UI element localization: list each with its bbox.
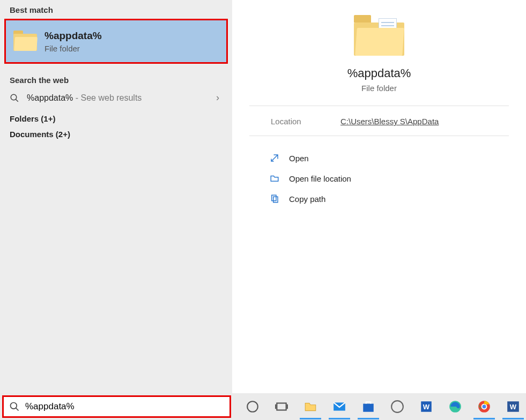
search-icon	[9, 401, 20, 412]
web-result-text: %appdata% - See web results	[27, 93, 142, 103]
word-online-icon: W	[419, 400, 433, 414]
chrome-button[interactable]	[471, 394, 497, 419]
cortana-icon	[246, 400, 260, 414]
best-match-header: Best match	[0, 0, 232, 18]
svg-point-8	[391, 401, 403, 412]
action-open-location[interactable]: Open file location	[266, 168, 492, 189]
dell-button[interactable]	[384, 394, 410, 419]
best-match-title: %appdata%	[45, 30, 102, 42]
file-explorer-button[interactable]	[298, 394, 323, 419]
category-documents[interactable]: Documents (2+)	[0, 126, 232, 142]
chevron-right-icon: ›	[216, 92, 223, 103]
location-label: Location	[271, 117, 340, 126]
edge-icon	[448, 400, 462, 414]
folder-icon	[354, 15, 404, 57]
chrome-icon	[477, 400, 491, 414]
action-copy-path[interactable]: Copy path	[266, 189, 492, 209]
svg-rect-5	[277, 403, 286, 410]
svg-point-4	[247, 401, 258, 412]
preview-panel: %appdata% File folder Location C:\Users\…	[232, 0, 526, 393]
svg-point-3	[11, 403, 17, 409]
preview-title: %appdata%	[347, 66, 411, 80]
word-button[interactable]: W	[500, 394, 526, 419]
word-online-button[interactable]: W	[413, 394, 439, 419]
preview-subtitle: File folder	[361, 84, 397, 93]
store-icon	[361, 400, 375, 414]
cortana-button[interactable]	[240, 394, 265, 419]
file-explorer-icon	[303, 400, 317, 414]
copy-icon	[270, 194, 279, 204]
web-search-result[interactable]: %appdata% - See web results ›	[0, 88, 232, 111]
action-label: Open	[289, 154, 309, 163]
folder-location-icon	[270, 174, 279, 183]
store-button[interactable]	[355, 394, 381, 419]
svg-point-0	[11, 94, 17, 100]
search-icon	[10, 93, 19, 103]
svg-text:W: W	[423, 403, 430, 411]
task-view-button[interactable]	[269, 394, 294, 419]
svg-rect-7	[363, 404, 374, 412]
open-icon	[270, 153, 279, 163]
search-results-panel: Best match %appdata% File folder Search …	[0, 0, 232, 393]
task-view-icon	[275, 400, 288, 414]
taskbar-search-input[interactable]	[25, 401, 224, 412]
action-label: Open file location	[289, 174, 351, 183]
dell-icon	[390, 400, 404, 414]
edge-button[interactable]	[442, 394, 468, 419]
mail-button[interactable]	[327, 394, 352, 419]
taskbar: W W	[0, 393, 526, 420]
svg-rect-2	[273, 197, 278, 202]
action-open[interactable]: Open	[266, 148, 492, 168]
svg-rect-1	[272, 195, 276, 201]
svg-point-14	[483, 405, 486, 409]
category-folders[interactable]: Folders (1+)	[0, 111, 232, 126]
search-web-header: Search the web	[0, 70, 232, 88]
best-match-result[interactable]: %appdata% File folder	[4, 19, 228, 64]
taskbar-search-box[interactable]	[2, 395, 231, 418]
svg-text:W: W	[510, 403, 517, 411]
action-label: Copy path	[289, 194, 325, 204]
folder-icon	[13, 31, 37, 52]
word-icon: W	[506, 400, 520, 414]
best-match-subtitle: File folder	[45, 44, 102, 53]
location-path[interactable]: C:\Users\Blessy S\AppData	[340, 117, 439, 126]
mail-icon	[332, 400, 346, 414]
